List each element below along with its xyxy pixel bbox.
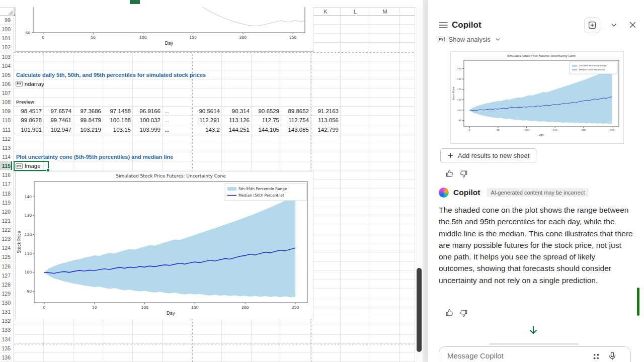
grid-cell[interactable]: 100.188 [103, 116, 131, 125]
grid-cell[interactable]: ... [165, 125, 170, 134]
grid-cell[interactable]: 99.8479 [73, 116, 101, 125]
grid-cell[interactable]: 112.754 [281, 116, 309, 125]
note-cell[interactable]: Calculate daily 5th, 50th, and 95th perc… [16, 70, 206, 79]
row-header[interactable]: 127 [0, 271, 12, 280]
grid-cell[interactable]: 98.4517 [14, 107, 42, 116]
row-header[interactable]: 99 [0, 16, 12, 25]
new-chat-icon[interactable] [584, 17, 600, 33]
row-header[interactable]: 124 [0, 243, 12, 252]
row-header[interactable]: 104 [0, 61, 12, 70]
row-header[interactable]: 117 [0, 179, 12, 189]
row-header[interactable]: 122 [0, 225, 12, 234]
thumbs-up-icon[interactable] [444, 169, 454, 178]
grid-cell[interactable]: 144.251 [222, 125, 250, 134]
thumbs-down-icon[interactable] [459, 308, 469, 318]
row-header[interactable]: 131 [0, 307, 12, 316]
row-header[interactable]: 130 [0, 298, 12, 307]
python-cell[interactable]: PYndarray [16, 79, 44, 88]
grid-cell[interactable]: ... [165, 107, 170, 116]
row-header[interactable]: 136 [0, 353, 12, 362]
add-results-button[interactable]: Add results to new sheet [440, 148, 536, 162]
apps-icon[interactable] [591, 351, 601, 361]
row-header[interactable]: 121 [0, 216, 12, 225]
grid-cell[interactable]: 101.901 [14, 125, 42, 134]
show-analysis-toggle[interactable]: PY Show analysis [438, 36, 501, 43]
scroll-to-bottom-icon[interactable] [527, 324, 539, 336]
grid-cell[interactable]: 112.75 [252, 116, 279, 125]
grid-cell[interactable]: 89.8652 [281, 107, 309, 116]
row-header[interactable]: 109 [0, 107, 12, 116]
grid-cell[interactable]: 91.2163 [311, 107, 339, 116]
row-header[interactable]: 126 [0, 262, 12, 271]
grid-cell[interactable]: 90.5614 [192, 107, 220, 116]
grid-cell[interactable]: 113.056 [311, 116, 339, 125]
row-header[interactable]: 112 [0, 134, 12, 143]
row-header[interactable]: 116 [0, 170, 12, 179]
row-header[interactable]: 108 [0, 98, 12, 107]
copilot-scrollbar-thumb[interactable] [637, 288, 639, 316]
row-header[interactable]: 103 [0, 52, 12, 61]
grid-cell[interactable]: 97.3686 [73, 107, 101, 116]
grid-cell[interactable]: 142.799 [311, 125, 339, 134]
column-header[interactable]: K [311, 8, 341, 16]
row-header[interactable]: 107 [0, 88, 12, 98]
grid-cell[interactable]: 103.999 [133, 125, 160, 134]
row-header[interactable]: 125 [0, 252, 12, 261]
grid-cell[interactable]: 143.2 [192, 125, 220, 134]
grid-cell[interactable]: 97.6574 [44, 107, 71, 116]
select-all-corner[interactable] [0, 8, 14, 16]
row-header[interactable]: 113 [0, 143, 12, 152]
grid-cell[interactable]: 99.7461 [44, 116, 71, 125]
grid-cell[interactable]: 100.032 [133, 116, 160, 125]
thumbs-up-icon[interactable] [444, 308, 454, 318]
row-header[interactable]: 119 [0, 198, 12, 207]
row-header[interactable]: 115 [0, 161, 12, 170]
row-header[interactable]: 101 [0, 34, 12, 43]
row-header[interactable]: 134 [0, 335, 12, 344]
row-header[interactable]: 114 [0, 152, 12, 161]
grid-cell[interactable]: 96.9166 [133, 107, 160, 116]
grid-cell[interactable]: 103.219 [73, 125, 101, 134]
row-header[interactable]: 106 [0, 79, 12, 88]
column-header[interactable]: L [341, 8, 370, 16]
grid-cell[interactable]: 113.126 [222, 116, 250, 125]
row-header[interactable]: 129 [0, 289, 12, 298]
sheet-scrollbar-thumb[interactable] [417, 268, 422, 352]
row-header[interactable]: 132 [0, 316, 12, 325]
chevron-down-icon[interactable] [608, 19, 620, 31]
row-header[interactable]: 118 [0, 189, 12, 198]
grid-cell[interactable]: 144.105 [252, 125, 279, 134]
column-header[interactable]: M [370, 8, 400, 16]
svg-text:120: 120 [457, 88, 461, 90]
row-header[interactable]: 111 [0, 125, 12, 134]
grid-cell[interactable]: 102.947 [44, 125, 71, 134]
grid-cell[interactable]: 143.085 [281, 125, 309, 134]
thumbs-down-icon[interactable] [459, 169, 469, 178]
row-header[interactable]: 105 [0, 70, 12, 79]
row-header[interactable]: 110 [0, 116, 12, 125]
grid-cell[interactable]: 97.1488 [103, 107, 131, 116]
uncertainty-cone-chart[interactable]: 05010015020025090100110120130140DayStock… [15, 171, 313, 319]
grid-cell[interactable]: 103.15 [103, 125, 131, 134]
fill-handle[interactable] [46, 168, 50, 172]
row-header[interactable]: 128 [0, 280, 12, 289]
row-header[interactable]: 133 [0, 325, 12, 334]
grid-cell[interactable]: 112.291 [192, 116, 220, 125]
microphone-icon[interactable] [607, 351, 617, 361]
row-header[interactable]: 100 [0, 25, 12, 34]
close-icon[interactable] [626, 18, 639, 31]
sheet-scrollbar-track[interactable] [415, 7, 423, 362]
grid-cell[interactable]: ... [165, 116, 170, 125]
row-header[interactable]: 120 [0, 207, 12, 216]
partial-line-chart[interactable]: 05010015020025060Day [15, 7, 313, 52]
note-cell[interactable]: Plot uncertainty cone (5th-95th percenti… [16, 152, 173, 161]
menu-icon[interactable] [438, 20, 449, 30]
grid-cell[interactable]: 99.8628 [14, 116, 42, 125]
message-input[interactable] [446, 351, 574, 360]
row-header[interactable]: 135 [0, 344, 12, 353]
grid-cell[interactable]: 90.6529 [252, 107, 279, 116]
grid-cell[interactable]: 90.314 [222, 107, 250, 116]
row-header[interactable]: 102 [0, 43, 12, 52]
row-header[interactable]: 123 [0, 234, 12, 243]
analysis-result-chart[interactable]: 05010015020025090100110120130140DayStock… [450, 51, 624, 144]
